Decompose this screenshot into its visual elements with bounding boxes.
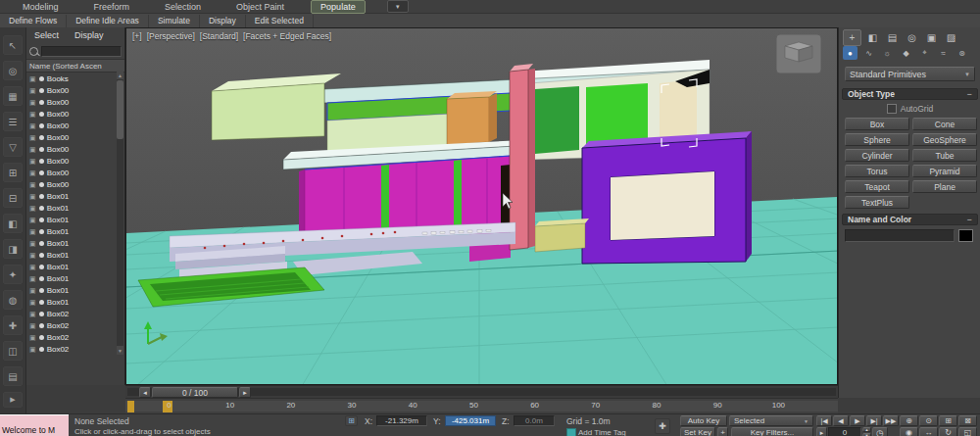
search-icon[interactable] — [29, 47, 38, 56]
viewport-shading-menu[interactable]: [Facets + Edged Faces] — [243, 31, 331, 41]
object-type-button[interactable]: Cylinder — [845, 149, 909, 162]
object-type-button[interactable]: TextPlus — [845, 196, 909, 209]
zoom-all-icon[interactable]: ⊙ — [919, 415, 938, 426]
scene-object-row[interactable]: ▣ Box02 — [26, 343, 124, 355]
helpers-category-icon[interactable]: ⌖ — [917, 46, 932, 60]
maximize-viewport-icon[interactable]: ◱ — [958, 427, 977, 436]
scene-object-row[interactable]: ▣ Box00 — [26, 131, 124, 143]
visibility-dot-icon[interactable] — [39, 194, 44, 199]
visibility-dot-icon[interactable] — [39, 76, 44, 81]
auto-key-button[interactable]: Auto Key — [680, 415, 727, 426]
explorer-select-menu[interactable]: Select — [26, 27, 67, 43]
visibility-dot-icon[interactable] — [39, 265, 44, 269]
hierarchy-tab-icon[interactable]: ▤ — [884, 30, 901, 45]
zoom-extents-all-icon[interactable]: ⊠ — [958, 415, 977, 426]
current-frame-field[interactable]: 0 — [828, 427, 861, 436]
scene-object-row[interactable]: ▣ Box01 — [26, 214, 124, 225]
visibility-dot-icon[interactable] — [39, 241, 44, 246]
define-flows-button[interactable]: Define Flows — [0, 15, 67, 27]
scene-object-row[interactable]: ▣ Box02 — [26, 319, 124, 331]
y-coordinate-field[interactable]: -425.031m — [445, 415, 496, 426]
scene-object-row[interactable]: ▣ Box00 — [26, 143, 124, 155]
geometry-category-icon[interactable]: ● — [843, 46, 858, 60]
ribbon-tab-selection[interactable]: Selection — [156, 1, 210, 13]
scrollbar-thumb[interactable] — [117, 80, 123, 139]
collapse-all-icon[interactable]: ⊟ — [3, 188, 23, 208]
scroll-down-icon[interactable]: ▼ — [117, 346, 123, 355]
scene-object-row[interactable]: ▣ Books — [26, 73, 124, 84]
scene-object-row[interactable]: ▣ Box00 — [26, 84, 124, 96]
cameras-category-icon[interactable]: ◆ — [899, 46, 913, 60]
object-type-rollout-header[interactable]: Object Type − — [842, 88, 978, 100]
object-type-button[interactable]: GeoSphere — [912, 133, 977, 146]
ribbon-tab-modeling[interactable]: Modeling — [14, 1, 68, 13]
lock-explorer-icon[interactable]: ◫ — [3, 341, 23, 361]
show-cameras-icon[interactable]: ◍ — [3, 290, 23, 310]
visibility-dot-icon[interactable] — [39, 347, 44, 352]
define-idle-areas-button[interactable]: Define Idle Areas — [67, 15, 149, 27]
name-column-header[interactable]: Name (Sorted Ascen — [26, 59, 124, 73]
scene-object-row[interactable]: ▣ Box01 — [26, 272, 124, 284]
go-to-end-button[interactable]: ▶▶ — [883, 415, 899, 426]
key-mode-toggle-button[interactable]: ▸ — [816, 427, 827, 436]
autogrid-checkbox[interactable] — [887, 104, 897, 114]
visibility-dot-icon[interactable] — [39, 170, 44, 175]
visibility-dot-icon[interactable] — [39, 335, 44, 340]
filter-icon[interactable]: ▽ — [3, 137, 23, 157]
viewport-3d-scene[interactable] — [126, 28, 838, 385]
set-key-button[interactable]: Set Key — [680, 427, 715, 436]
select-object-icon[interactable]: ↖ — [3, 35, 23, 55]
object-type-button[interactable]: Pyramid — [912, 165, 977, 177]
name-color-rollout-header[interactable]: Name and Color − — [842, 214, 978, 225]
search-input[interactable] — [41, 46, 122, 57]
visibility-dot-icon[interactable] — [39, 253, 44, 258]
display-tab-icon[interactable]: ▣ — [923, 30, 940, 45]
scene-object-row[interactable]: ▣ Box02 — [26, 308, 124, 319]
explorer-scrollbar[interactable]: ▲ ▼ — [117, 71, 123, 355]
object-type-button[interactable]: Teapot — [845, 180, 909, 193]
find-icon[interactable]: ◎ — [3, 61, 23, 80]
zoom-icon[interactable]: ⊕ — [900, 415, 918, 426]
scene-object-row[interactable]: ▣ Box00 — [26, 155, 124, 167]
systems-category-icon[interactable]: ⊛ — [955, 46, 969, 60]
object-type-button[interactable]: Plane — [912, 180, 977, 193]
visibility-dot-icon[interactable] — [39, 312, 44, 316]
explorer-display-menu[interactable]: Display — [67, 27, 112, 43]
object-type-button[interactable]: Tube — [912, 149, 977, 162]
scene-object-row[interactable]: ▣ Box00 — [26, 108, 124, 120]
visibility-dot-icon[interactable] — [39, 300, 44, 305]
ribbon-overflow-icon[interactable]: ▾ — [387, 0, 409, 13]
absolute-mode-icon[interactable]: ⊞ — [345, 415, 358, 426]
viewport-general-menu[interactable]: [+] — [132, 31, 142, 41]
scene-object-row[interactable]: ▣ Box01 — [26, 202, 124, 214]
visibility-dot-icon[interactable] — [39, 323, 44, 328]
zoom-extents-icon[interactable]: ⊞ — [939, 415, 957, 426]
space-warps-category-icon[interactable]: ≈ — [936, 46, 951, 60]
ribbon-tab-freeform[interactable]: Freeform — [85, 1, 139, 13]
object-type-button[interactable]: Sphere — [845, 133, 909, 146]
set-keys-icon[interactable]: + — [717, 427, 728, 436]
viewport-render-preset-menu[interactable]: [Standard] — [200, 31, 238, 41]
viewcube[interactable] — [776, 34, 821, 73]
scene-object-row[interactable]: ▣ Box00 — [26, 167, 124, 178]
visibility-dot-icon[interactable] — [39, 147, 44, 152]
motion-tab-icon[interactable]: ◎ — [904, 30, 920, 45]
primitives-dropdown[interactable]: Standard Primitives ▼ — [845, 67, 975, 81]
show-lights-icon[interactable]: ✦ — [3, 265, 23, 284]
scroll-up-icon[interactable]: ▲ — [117, 71, 123, 79]
add-time-tag-label[interactable]: Add Time Tag — [578, 428, 626, 436]
scene-object-row[interactable]: ▣ Box02 — [26, 331, 124, 343]
time-configuration-icon[interactable]: ◷ — [872, 427, 888, 436]
scene-object-row[interactable]: ▣ Box01 — [26, 296, 124, 308]
show-geometry-icon[interactable]: ◧ — [3, 214, 23, 233]
next-frame-arrow[interactable]: ► — [239, 387, 251, 398]
modify-tab-icon[interactable]: ◧ — [864, 30, 881, 45]
next-frame-button[interactable]: ▶| — [866, 415, 882, 426]
maxscript-mini-listener[interactable]: Welcome to M — [0, 414, 69, 436]
scene-object-row[interactable]: ▣ Box01 — [26, 225, 124, 237]
orbit-icon[interactable]: ↻ — [939, 427, 957, 436]
show-shapes-icon[interactable]: ◨ — [3, 239, 23, 259]
display-button[interactable]: Display — [200, 15, 246, 27]
visibility-dot-icon[interactable] — [39, 88, 44, 93]
z-coordinate-field[interactable]: 0.0m — [514, 415, 555, 426]
